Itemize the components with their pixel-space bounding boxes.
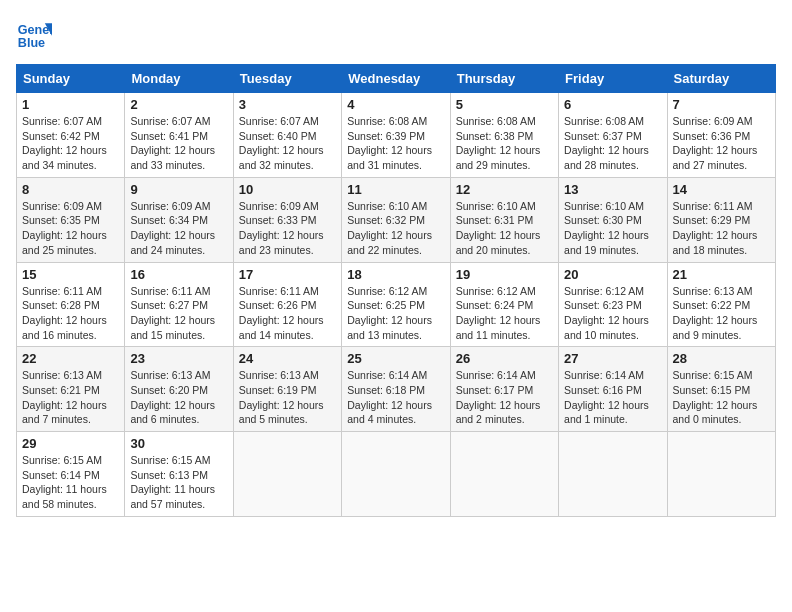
day-info: Sunrise: 6:13 AMSunset: 6:20 PMDaylight:… [130,369,215,425]
day-info: Sunrise: 6:09 AMSunset: 6:35 PMDaylight:… [22,200,107,256]
calendar-cell: 29 Sunrise: 6:15 AMSunset: 6:14 PMDaylig… [17,432,125,517]
day-info: Sunrise: 6:08 AMSunset: 6:39 PMDaylight:… [347,115,432,171]
weekday-header-tuesday: Tuesday [233,65,341,93]
day-number: 26 [456,351,553,366]
day-number: 28 [673,351,770,366]
calendar-cell: 16 Sunrise: 6:11 AMSunset: 6:27 PMDaylig… [125,262,233,347]
calendar-cell: 3 Sunrise: 6:07 AMSunset: 6:40 PMDayligh… [233,93,341,178]
day-number: 25 [347,351,444,366]
day-number: 29 [22,436,119,451]
calendar-cell [559,432,667,517]
calendar-cell: 22 Sunrise: 6:13 AMSunset: 6:21 PMDaylig… [17,347,125,432]
calendar-cell: 28 Sunrise: 6:15 AMSunset: 6:15 PMDaylig… [667,347,775,432]
day-info: Sunrise: 6:15 AMSunset: 6:14 PMDaylight:… [22,454,107,510]
calendar-cell: 25 Sunrise: 6:14 AMSunset: 6:18 PMDaylig… [342,347,450,432]
calendar-cell: 15 Sunrise: 6:11 AMSunset: 6:28 PMDaylig… [17,262,125,347]
calendar-cell [342,432,450,517]
day-info: Sunrise: 6:10 AMSunset: 6:32 PMDaylight:… [347,200,432,256]
calendar-cell: 17 Sunrise: 6:11 AMSunset: 6:26 PMDaylig… [233,262,341,347]
day-number: 19 [456,267,553,282]
day-number: 1 [22,97,119,112]
day-info: Sunrise: 6:13 AMSunset: 6:19 PMDaylight:… [239,369,324,425]
day-info: Sunrise: 6:09 AMSunset: 6:34 PMDaylight:… [130,200,215,256]
day-number: 7 [673,97,770,112]
day-info: Sunrise: 6:08 AMSunset: 6:37 PMDaylight:… [564,115,649,171]
day-info: Sunrise: 6:13 AMSunset: 6:21 PMDaylight:… [22,369,107,425]
calendar-cell [667,432,775,517]
calendar-cell: 13 Sunrise: 6:10 AMSunset: 6:30 PMDaylig… [559,177,667,262]
day-info: Sunrise: 6:09 AMSunset: 6:33 PMDaylight:… [239,200,324,256]
calendar-cell: 12 Sunrise: 6:10 AMSunset: 6:31 PMDaylig… [450,177,558,262]
day-number: 16 [130,267,227,282]
logo: General Blue [16,16,52,52]
day-info: Sunrise: 6:08 AMSunset: 6:38 PMDaylight:… [456,115,541,171]
day-number: 15 [22,267,119,282]
weekday-header-thursday: Thursday [450,65,558,93]
day-info: Sunrise: 6:12 AMSunset: 6:24 PMDaylight:… [456,285,541,341]
calendar-cell: 30 Sunrise: 6:15 AMSunset: 6:13 PMDaylig… [125,432,233,517]
calendar-cell: 19 Sunrise: 6:12 AMSunset: 6:24 PMDaylig… [450,262,558,347]
calendar-cell: 11 Sunrise: 6:10 AMSunset: 6:32 PMDaylig… [342,177,450,262]
calendar-cell: 20 Sunrise: 6:12 AMSunset: 6:23 PMDaylig… [559,262,667,347]
calendar-cell [450,432,558,517]
calendar-cell: 18 Sunrise: 6:12 AMSunset: 6:25 PMDaylig… [342,262,450,347]
day-info: Sunrise: 6:11 AMSunset: 6:28 PMDaylight:… [22,285,107,341]
day-info: Sunrise: 6:12 AMSunset: 6:25 PMDaylight:… [347,285,432,341]
day-info: Sunrise: 6:09 AMSunset: 6:36 PMDaylight:… [673,115,758,171]
calendar-cell: 24 Sunrise: 6:13 AMSunset: 6:19 PMDaylig… [233,347,341,432]
day-number: 10 [239,182,336,197]
day-info: Sunrise: 6:07 AMSunset: 6:42 PMDaylight:… [22,115,107,171]
day-info: Sunrise: 6:07 AMSunset: 6:40 PMDaylight:… [239,115,324,171]
day-number: 18 [347,267,444,282]
day-info: Sunrise: 6:11 AMSunset: 6:27 PMDaylight:… [130,285,215,341]
day-number: 3 [239,97,336,112]
day-info: Sunrise: 6:13 AMSunset: 6:22 PMDaylight:… [673,285,758,341]
day-number: 14 [673,182,770,197]
day-number: 8 [22,182,119,197]
day-number: 4 [347,97,444,112]
day-number: 27 [564,351,661,366]
calendar-cell: 8 Sunrise: 6:09 AMSunset: 6:35 PMDayligh… [17,177,125,262]
weekday-header-sunday: Sunday [17,65,125,93]
calendar-cell: 7 Sunrise: 6:09 AMSunset: 6:36 PMDayligh… [667,93,775,178]
day-info: Sunrise: 6:10 AMSunset: 6:31 PMDaylight:… [456,200,541,256]
calendar-cell: 26 Sunrise: 6:14 AMSunset: 6:17 PMDaylig… [450,347,558,432]
day-number: 24 [239,351,336,366]
day-number: 6 [564,97,661,112]
day-info: Sunrise: 6:14 AMSunset: 6:16 PMDaylight:… [564,369,649,425]
calendar-cell: 14 Sunrise: 6:11 AMSunset: 6:29 PMDaylig… [667,177,775,262]
day-info: Sunrise: 6:14 AMSunset: 6:18 PMDaylight:… [347,369,432,425]
day-info: Sunrise: 6:15 AMSunset: 6:15 PMDaylight:… [673,369,758,425]
calendar-table: SundayMondayTuesdayWednesdayThursdayFrid… [16,64,776,517]
svg-text:Blue: Blue [18,36,45,50]
day-number: 30 [130,436,227,451]
logo-icon: General Blue [16,16,52,52]
day-info: Sunrise: 6:11 AMSunset: 6:29 PMDaylight:… [673,200,758,256]
weekday-header-monday: Monday [125,65,233,93]
calendar-cell: 10 Sunrise: 6:09 AMSunset: 6:33 PMDaylig… [233,177,341,262]
calendar-cell: 2 Sunrise: 6:07 AMSunset: 6:41 PMDayligh… [125,93,233,178]
day-info: Sunrise: 6:15 AMSunset: 6:13 PMDaylight:… [130,454,215,510]
calendar-cell: 1 Sunrise: 6:07 AMSunset: 6:42 PMDayligh… [17,93,125,178]
header: General Blue [16,16,776,52]
day-info: Sunrise: 6:10 AMSunset: 6:30 PMDaylight:… [564,200,649,256]
calendar-cell [233,432,341,517]
day-number: 17 [239,267,336,282]
weekday-header-saturday: Saturday [667,65,775,93]
calendar-cell: 9 Sunrise: 6:09 AMSunset: 6:34 PMDayligh… [125,177,233,262]
weekday-header-wednesday: Wednesday [342,65,450,93]
day-number: 22 [22,351,119,366]
calendar-cell: 4 Sunrise: 6:08 AMSunset: 6:39 PMDayligh… [342,93,450,178]
day-number: 11 [347,182,444,197]
day-number: 12 [456,182,553,197]
day-info: Sunrise: 6:11 AMSunset: 6:26 PMDaylight:… [239,285,324,341]
day-number: 2 [130,97,227,112]
day-number: 5 [456,97,553,112]
day-number: 13 [564,182,661,197]
day-info: Sunrise: 6:07 AMSunset: 6:41 PMDaylight:… [130,115,215,171]
calendar-cell: 6 Sunrise: 6:08 AMSunset: 6:37 PMDayligh… [559,93,667,178]
day-number: 21 [673,267,770,282]
day-number: 23 [130,351,227,366]
weekday-header-friday: Friday [559,65,667,93]
calendar-cell: 21 Sunrise: 6:13 AMSunset: 6:22 PMDaylig… [667,262,775,347]
